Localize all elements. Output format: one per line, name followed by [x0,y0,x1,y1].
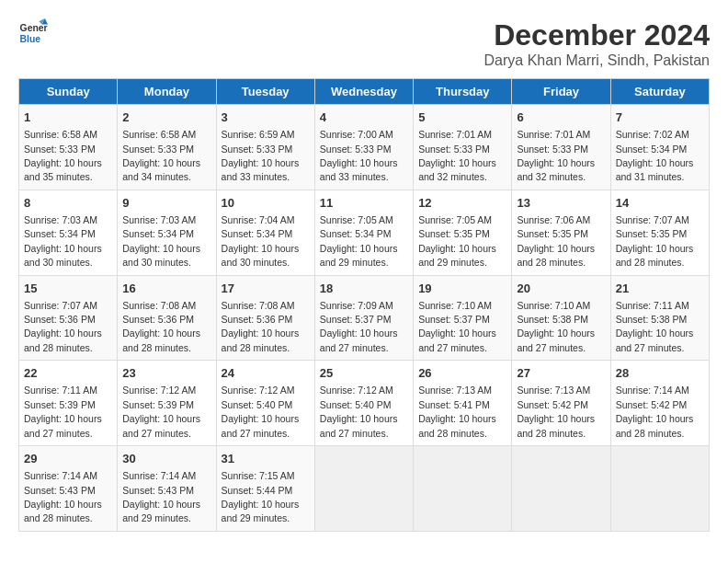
daylight-info: Daylight: 10 hours and 27 minutes. [418,327,496,352]
column-header-thursday: Thursday [414,79,512,105]
calendar-cell: 10Sunrise: 7:04 AMSunset: 5:34 PMDayligh… [216,190,314,275]
calendar-cell: 12Sunrise: 7:05 AMSunset: 5:35 PMDayligh… [414,190,512,275]
sunrise-info: Sunrise: 7:02 AM [616,129,689,140]
calendar-cell: 6Sunrise: 7:01 AMSunset: 5:33 PMDaylight… [512,105,610,190]
svg-text:General: General [20,23,48,33]
day-number: 15 [24,281,112,297]
daylight-info: Daylight: 10 hours and 28 minutes. [517,413,595,438]
calendar-cell: 22Sunrise: 7:11 AMSunset: 5:39 PMDayligh… [19,361,118,446]
daylight-info: Daylight: 10 hours and 30 minutes. [222,243,300,268]
calendar-cell: 27Sunrise: 7:13 AMSunset: 5:42 PMDayligh… [512,361,610,446]
day-number: 28 [616,365,704,382]
calendar-cell: 9Sunrise: 7:03 AMSunset: 5:34 PMDaylight… [118,190,216,275]
sunset-info: Sunset: 5:39 PM [122,399,194,410]
sunrise-info: Sunrise: 7:14 AM [24,470,97,481]
day-number: 25 [320,365,408,382]
sunrise-info: Sunrise: 7:07 AM [616,214,689,225]
sunset-info: Sunset: 5:34 PM [24,228,96,239]
column-header-friday: Friday [512,79,610,105]
column-header-saturday: Saturday [610,79,709,105]
calendar-cell: 7Sunrise: 7:02 AMSunset: 5:34 PMDaylight… [610,105,709,190]
calendar-title: December 2024 [484,18,710,52]
calendar-cell: 24Sunrise: 7:12 AMSunset: 5:40 PMDayligh… [216,361,314,446]
daylight-info: Daylight: 10 hours and 27 minutes. [517,327,595,352]
daylight-info: Daylight: 10 hours and 27 minutes. [616,327,694,352]
sunset-info: Sunset: 5:44 PM [222,485,293,496]
calendar-cell: 21Sunrise: 7:11 AMSunset: 5:38 PMDayligh… [610,275,709,361]
daylight-info: Daylight: 10 hours and 31 minutes. [616,157,694,182]
sunset-info: Sunset: 5:41 PM [418,399,490,410]
daylight-info: Daylight: 10 hours and 30 minutes. [24,243,102,268]
day-number: 20 [517,281,605,297]
calendar-cell: 5Sunrise: 7:01 AMSunset: 5:33 PMDaylight… [414,105,512,190]
day-number: 8 [24,195,112,212]
calendar-cell: 16Sunrise: 7:08 AMSunset: 5:36 PMDayligh… [118,275,216,361]
sunrise-info: Sunrise: 7:10 AM [517,300,590,311]
day-number: 3 [222,109,310,126]
day-number: 4 [320,109,408,126]
sunset-info: Sunset: 5:42 PM [517,399,588,410]
logo-icon: General Blue [18,18,48,48]
sunset-info: Sunset: 5:39 PM [24,399,96,410]
calendar-week-2: 8Sunrise: 7:03 AMSunset: 5:34 PMDaylight… [19,190,710,275]
sunset-info: Sunset: 5:35 PM [616,228,688,239]
daylight-info: Daylight: 10 hours and 27 minutes. [24,413,102,438]
sunrise-info: Sunrise: 7:10 AM [418,300,492,311]
sunrise-info: Sunrise: 7:09 AM [320,300,393,311]
sunrise-info: Sunrise: 7:00 AM [320,129,393,140]
sunset-info: Sunset: 5:33 PM [122,144,194,155]
day-number: 17 [222,281,310,297]
calendar-cell: 29Sunrise: 7:14 AMSunset: 5:43 PMDayligh… [19,446,118,532]
day-number: 22 [24,365,112,382]
day-number: 10 [222,195,310,212]
day-number: 12 [418,195,506,212]
sunset-info: Sunset: 5:34 PM [222,228,293,239]
calendar-cell: 30Sunrise: 7:14 AMSunset: 5:43 PMDayligh… [118,446,216,532]
column-header-wednesday: Wednesday [314,79,413,105]
sunrise-info: Sunrise: 7:07 AM [24,300,97,311]
sunrise-info: Sunrise: 7:13 AM [418,385,492,396]
day-number: 21 [616,281,704,297]
sunrise-info: Sunrise: 7:14 AM [616,385,689,396]
calendar-cell: 23Sunrise: 7:12 AMSunset: 5:39 PMDayligh… [118,361,216,446]
sunset-info: Sunset: 5:43 PM [122,485,194,496]
daylight-info: Daylight: 10 hours and 29 minutes. [122,499,200,523]
column-header-monday: Monday [118,79,216,105]
sunrise-info: Sunrise: 7:01 AM [418,129,492,140]
title-area: December 2024 Darya Khan Marri, Sindh, P… [484,18,710,69]
svg-text:Blue: Blue [20,34,41,44]
sunrise-info: Sunrise: 7:11 AM [616,300,689,311]
sunrise-info: Sunrise: 7:01 AM [517,129,590,140]
daylight-info: Daylight: 10 hours and 28 minutes. [122,327,200,352]
calendar-cell: 11Sunrise: 7:05 AMSunset: 5:34 PMDayligh… [314,190,413,275]
sunrise-info: Sunrise: 7:12 AM [222,385,295,396]
day-number: 23 [122,365,210,382]
sunrise-info: Sunrise: 7:11 AM [24,385,97,396]
daylight-info: Daylight: 10 hours and 28 minutes. [24,499,102,523]
calendar-week-4: 22Sunrise: 7:11 AMSunset: 5:39 PMDayligh… [19,361,710,446]
column-header-sunday: Sunday [19,79,118,105]
calendar-cell: 28Sunrise: 7:14 AMSunset: 5:42 PMDayligh… [610,361,709,446]
day-number: 26 [418,365,506,382]
calendar-cell [512,446,610,532]
daylight-info: Daylight: 10 hours and 29 minutes. [418,243,496,268]
daylight-info: Daylight: 10 hours and 29 minutes. [222,499,300,523]
calendar-cell: 17Sunrise: 7:08 AMSunset: 5:36 PMDayligh… [216,275,314,361]
calendar-cell: 25Sunrise: 7:12 AMSunset: 5:40 PMDayligh… [314,361,413,446]
day-number: 18 [320,281,408,297]
sunset-info: Sunset: 5:35 PM [517,228,588,239]
calendar-cell: 31Sunrise: 7:15 AMSunset: 5:44 PMDayligh… [216,446,314,532]
sunrise-info: Sunrise: 7:05 AM [320,214,393,225]
calendar-cell: 19Sunrise: 7:10 AMSunset: 5:37 PMDayligh… [414,275,512,361]
daylight-info: Daylight: 10 hours and 28 minutes. [517,243,595,268]
calendar-week-5: 29Sunrise: 7:14 AMSunset: 5:43 PMDayligh… [19,446,710,532]
column-header-tuesday: Tuesday [216,79,314,105]
daylight-info: Daylight: 10 hours and 28 minutes. [616,243,694,268]
daylight-info: Daylight: 10 hours and 27 minutes. [222,413,300,438]
daylight-info: Daylight: 10 hours and 29 minutes. [320,243,398,268]
sunset-info: Sunset: 5:35 PM [418,228,490,239]
sunset-info: Sunset: 5:33 PM [418,144,490,155]
sunrise-info: Sunrise: 6:58 AM [122,129,196,140]
day-number: 2 [122,109,210,126]
daylight-info: Daylight: 10 hours and 28 minutes. [24,327,102,352]
